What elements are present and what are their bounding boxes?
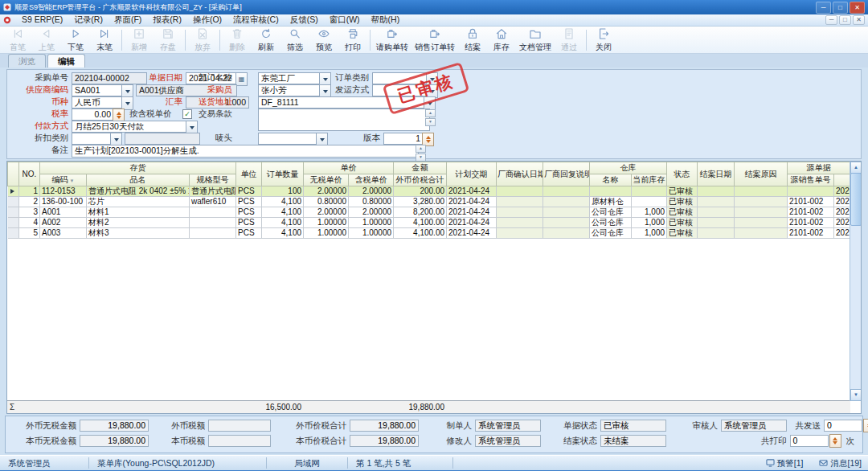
grid-cell[interactable]: [497, 218, 543, 228]
grid-cell[interactable]: [698, 228, 735, 239]
menu-item-view[interactable]: 界面(F): [108, 14, 147, 26]
grid-cell[interactable]: 2.00000: [349, 186, 394, 197]
remark-scroll[interactable]: ▲▼: [416, 145, 426, 162]
grid-cell[interactable]: 普通片式电阻 2k 0402 ±5% 1/16W: [87, 186, 190, 197]
scroll-down-icon[interactable]: ▼: [850, 389, 862, 401]
grid-cell[interactable]: [543, 186, 590, 197]
grid-cell[interactable]: 1.00000: [304, 228, 349, 239]
tab-edit[interactable]: 编辑: [47, 54, 85, 68]
row-selector[interactable]: [8, 186, 19, 197]
grid-cell[interactable]: [543, 197, 590, 207]
grid-cell[interactable]: 200.00: [394, 186, 447, 197]
grid-cell[interactable]: [735, 197, 788, 207]
grid-cell[interactable]: [497, 186, 543, 197]
table-row[interactable]: 4A002材料2PCS4,1001.000001.000004,100.0020…: [8, 218, 850, 228]
grid-cell[interactable]: A002: [40, 218, 87, 228]
row-selector[interactable]: [8, 218, 19, 228]
grid-cell[interactable]: [698, 197, 735, 207]
discount-type-field[interactable]: [72, 133, 113, 145]
grid-cell[interactable]: 202: [834, 228, 850, 239]
buyer-field[interactable]: 张小芳: [258, 84, 322, 96]
grid-cell[interactable]: PCS: [236, 207, 262, 218]
table-row[interactable]: 2136-00-100芯片wafler610PCS4,1000.800000.8…: [8, 197, 850, 207]
toolbar-button-last-record[interactable]: 末笔: [90, 27, 119, 52]
menu-item-feedback[interactable]: 反馈(S): [285, 14, 324, 26]
status-message[interactable]: 消息[19]: [811, 457, 868, 469]
grid-cell[interactable]: 公司仓库: [590, 218, 632, 228]
menu-item-operation[interactable]: 操作(O): [187, 14, 227, 26]
grid-cell[interactable]: [698, 186, 735, 197]
menu-item-report[interactable]: 报表(R): [147, 14, 187, 26]
grid-cell[interactable]: wafler610: [190, 197, 236, 207]
row-selector[interactable]: [8, 197, 19, 207]
print-count-spinner[interactable]: [829, 434, 841, 448]
grid-cell[interactable]: [735, 186, 788, 197]
grid-cell[interactable]: 已审核: [667, 186, 698, 197]
grid-cell[interactable]: 136-00-100: [40, 197, 87, 207]
menu-item-workflow-audit[interactable]: 流程审核(C): [227, 14, 285, 26]
status-alert[interactable]: 预警[1]: [758, 457, 812, 469]
row-selector[interactable]: [8, 207, 19, 218]
grid-cell[interactable]: 0.80000: [304, 197, 349, 207]
table-row[interactable]: 1112-0153普通片式电阻 2k 0402 ±5% 1/16W普通片式电阻.…: [8, 186, 850, 197]
grid-cell[interactable]: 2021-04-24: [447, 218, 497, 228]
grid-cell[interactable]: [543, 218, 590, 228]
grid-cell[interactable]: 4,100.00: [394, 218, 447, 228]
print-count-field[interactable]: 0: [790, 435, 829, 447]
filter-icon[interactable]: ▼: [70, 178, 75, 183]
grid-cell[interactable]: [632, 197, 667, 207]
minimize-button[interactable]: ─: [816, 2, 831, 14]
grid-cell[interactable]: 4,100.00: [394, 228, 447, 239]
grid-cell[interactable]: 1.00000: [304, 218, 349, 228]
grid-cell[interactable]: 112-0153: [40, 186, 87, 197]
close-button[interactable]: ✕: [850, 2, 865, 14]
grid-cell[interactable]: 材料2: [87, 218, 190, 228]
mdi-close-button[interactable]: ✕: [853, 15, 865, 25]
grid-cell[interactable]: 1,000: [632, 207, 667, 218]
grid-cell[interactable]: PCS: [236, 228, 262, 239]
grid-cell[interactable]: [497, 207, 543, 218]
row-selector[interactable]: [8, 228, 19, 239]
grid-cell[interactable]: 材料1: [87, 207, 190, 218]
grid-cell[interactable]: [698, 207, 735, 218]
grid-cell[interactable]: 1.00000: [349, 228, 394, 239]
toolbar-button-filter[interactable]: 筛选: [280, 27, 309, 52]
grid-cell[interactable]: 202: [834, 197, 850, 207]
grid-cell[interactable]: [543, 228, 590, 239]
toolbar-button-inventory[interactable]: 库存: [487, 27, 516, 52]
grid-cell[interactable]: PCS: [236, 186, 262, 197]
supplier-code-field[interactable]: SA001: [72, 84, 125, 96]
grid-cell[interactable]: A003: [40, 228, 87, 239]
scroll-up-icon[interactable]: ▲: [850, 162, 862, 174]
grid-cell[interactable]: A001: [40, 207, 87, 218]
grid-cell[interactable]: 2.00000: [304, 186, 349, 197]
grid-cell[interactable]: 2: [19, 197, 40, 207]
doc-date-picker[interactable]: ▦: [235, 72, 248, 86]
grid-cell[interactable]: PCS: [236, 197, 262, 207]
grid-cell[interactable]: 4,100: [262, 218, 304, 228]
vertical-scrollbar[interactable]: ▲ ▼: [850, 162, 861, 401]
grid-cell[interactable]: 公司仓库: [590, 228, 632, 239]
table-row[interactable]: 3A001材料1PCS4,1002.000002.000008,200.0020…: [8, 207, 850, 218]
grid-cell[interactable]: 2021-04-24: [447, 207, 497, 218]
mdi-minimize-button[interactable]: ─: [825, 15, 837, 25]
grid-cell[interactable]: 1.00000: [349, 218, 394, 228]
grid-cell[interactable]: 1,000: [632, 228, 667, 239]
grid-cell[interactable]: 5: [19, 228, 40, 239]
toolbar-button-refresh[interactable]: 刷新: [252, 27, 280, 52]
menu-item-help[interactable]: 帮助(H): [366, 14, 406, 26]
grid-cell[interactable]: [735, 218, 788, 228]
grid-cell[interactable]: 4,100: [262, 207, 304, 218]
grid-cell[interactable]: 8,200.00: [394, 207, 447, 218]
payment-method-field[interactable]: 月结25日30天付款: [72, 121, 189, 133]
grid-cell[interactable]: 100: [262, 186, 304, 197]
grid-cell[interactable]: [590, 186, 632, 197]
menu-item-window[interactable]: 窗口(W): [324, 14, 366, 26]
grid-cell[interactable]: [735, 228, 788, 239]
grid-cell[interactable]: 2101-002: [788, 207, 834, 218]
toolbar-button-print[interactable]: 打印: [338, 27, 367, 52]
toolbar-button-preview[interactable]: 预览: [309, 27, 338, 52]
grid-cell[interactable]: [497, 197, 543, 207]
grid-cell[interactable]: [190, 207, 236, 218]
grid-cell[interactable]: [735, 207, 788, 218]
